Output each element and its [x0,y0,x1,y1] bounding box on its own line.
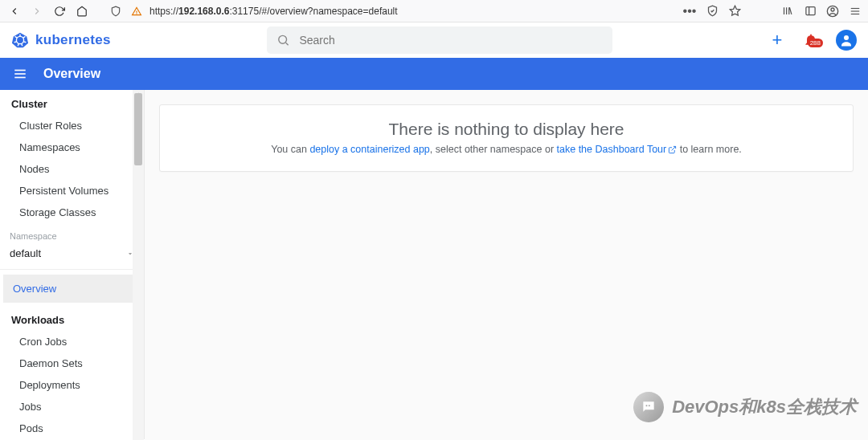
search-icon [276,33,290,47]
section-bar: Overview [0,58,868,90]
sidebar-item-cluster-roles[interactable]: Cluster Roles [0,115,144,136]
svg-point-4 [831,8,834,11]
kubernetes-logo-icon [11,31,29,49]
svg-line-23 [672,146,676,150]
notifications-button[interactable]: 288 [802,31,820,49]
forward-button[interactable] [27,2,47,21]
lock-warning-icon [129,3,145,19]
watermark-text: DevOps和k8s全栈技术 [672,395,857,419]
notification-badge: 288 [808,39,823,47]
namespace-value: default [10,247,41,259]
url-bar[interactable]: https://192.168.0.6:31175/#/overview?nam… [103,2,670,20]
svg-line-15 [14,42,17,43]
dashboard-tour-link[interactable]: take the Dashboard Tour [557,144,678,155]
library-icon[interactable] [780,3,796,19]
hamburger-icon [13,67,27,81]
app-header: kubernetes + 288 [0,22,868,58]
svg-line-13 [22,44,23,47]
brand-text: kubernetes [35,32,111,48]
more-icon[interactable]: ••• [682,3,698,19]
svg-line-14 [18,44,18,47]
browser-menu-icon[interactable] [847,3,863,19]
svg-point-19 [844,35,849,40]
scroll-thumb[interactable] [134,93,142,165]
back-button[interactable] [5,2,24,21]
svg-marker-0 [730,6,740,15]
sidebar-item-pods[interactable]: Pods [0,418,144,439]
bookmark-star-icon[interactable] [727,3,743,19]
empty-subtitle: You can deploy a containerized app, sele… [176,144,837,155]
account-icon[interactable] [825,3,841,19]
sidebar-item-namespaces[interactable]: Namespaces [0,136,144,158]
sidebar-item-storage-classes[interactable]: Storage Classes [0,202,144,223]
deploy-app-link[interactable]: deploy a containerized app [309,144,429,155]
create-button[interactable]: + [768,31,786,49]
inspect-icon[interactable] [704,3,720,19]
namespace-label: Namespace [0,223,144,242]
logo[interactable]: kubernetes [11,31,111,49]
sidebar-section-cluster[interactable]: Cluster [0,90,144,115]
search-input[interactable] [299,34,602,47]
svg-point-17 [278,35,286,43]
browser-toolbar: https://192.168.0.6:31175/#/overview?nam… [0,0,868,22]
speech-bubble-icon [641,399,657,415]
menu-toggle[interactable] [11,65,29,83]
sidebar-item-overview[interactable]: Overview [3,275,136,303]
sidebar-item-nodes[interactable]: Nodes [0,158,144,180]
sidebar-item-deployments[interactable]: Deployments [0,374,144,396]
namespace-select[interactable]: default [0,242,144,270]
sidebar-item-daemonsets[interactable]: Daemon Sets [0,352,144,374]
external-link-icon [668,145,677,154]
empty-title: There is nothing to display here [176,120,837,139]
home-button[interactable] [72,2,92,21]
sidebar-item-persistent-volumes[interactable]: Persistent Volumes [0,180,144,202]
empty-state-card: There is nothing to display here You can… [159,104,854,172]
search-bar[interactable] [267,26,612,54]
reload-button[interactable] [50,2,69,21]
svg-rect-1 [805,7,814,15]
sidebar-panel-icon[interactable] [802,3,818,19]
sidebar: ▴ Cluster Cluster Roles Namespaces Nodes… [0,90,145,440]
sidebar-item-jobs[interactable]: Jobs [0,396,144,418]
sidebar-section-workloads[interactable]: Workloads [0,311,144,331]
sidebar-item-cronjobs[interactable]: Cron Jobs [0,331,144,352]
watermark-avatar [633,392,664,422]
svg-line-18 [285,43,288,45]
svg-point-25 [649,405,650,406]
shield-icon [108,3,124,19]
watermark: DevOps和k8s全栈技术 [633,392,857,422]
page-title: Overview [43,67,100,81]
person-icon [839,33,854,47]
content-area: There is nothing to display here You can… [145,90,868,440]
svg-line-12 [24,42,27,43]
url-text: https://192.168.0.6:31175/#/overview?nam… [149,6,398,17]
svg-point-24 [646,405,648,406]
user-avatar[interactable] [836,30,857,51]
sidebar-scrollbar[interactable]: ▴ [133,90,144,440]
